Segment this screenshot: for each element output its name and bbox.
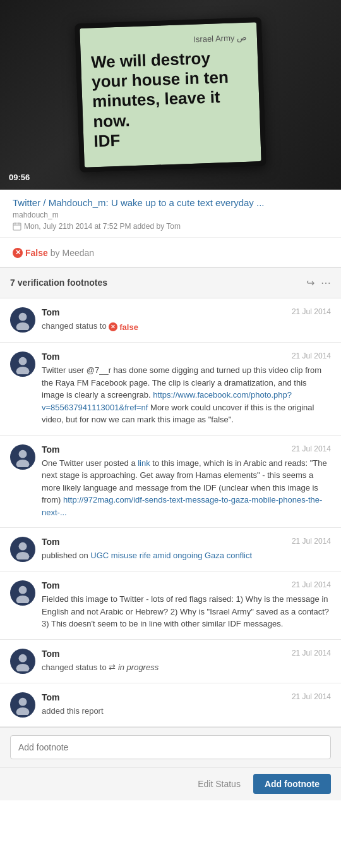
add-footnote-button[interactable]: Add footnote (253, 774, 331, 794)
footnote-meta: Tom 21 Jul 2014 (42, 580, 331, 590)
add-footnote-input[interactable] (10, 735, 331, 759)
article-author: mahdouch_m (13, 211, 328, 219)
by-label: by Meedan (51, 248, 94, 258)
footnote-date: 21 Jul 2014 (292, 649, 331, 657)
phone-message: We will destroy your house in ten minute… (91, 47, 251, 151)
article-meta: Mon, July 21th 2014 at 7:52 PM added by … (13, 222, 328, 231)
avatar (10, 307, 35, 333)
share-icon[interactable]: ↪ (306, 277, 314, 289)
footnote-text: added this report (42, 705, 331, 718)
avatar (10, 351, 35, 377)
footnote-item: Tom 21 Jul 2014 One Twitter user posted … (0, 436, 341, 529)
status-section: ✕ False by Meedan (0, 238, 341, 267)
calendar-icon (13, 222, 21, 231)
add-footnote-input-row (0, 728, 341, 767)
svg-point-6 (19, 357, 27, 365)
footnote-item: Tom 21 Jul 2014 published on UGC misuse … (0, 528, 341, 572)
svg-point-10 (19, 542, 27, 551)
footnote-content: Tom 21 Jul 2014 changed status to ✕ fals… (42, 307, 331, 334)
footnote-item: Tom 21 Jul 2014 changed status to ⇄ in p… (0, 640, 341, 683)
footnote-text: Twitter user @7__r has done some digging… (42, 364, 331, 426)
false-status-text: false (119, 321, 138, 334)
footnote-meta: Tom 21 Jul 2014 (42, 537, 331, 547)
footnote-link[interactable]: https://www.facebook.com/photo.php?v=855… (42, 390, 292, 412)
footnote-content: Tom 21 Jul 2014 published on UGC misuse … (42, 537, 331, 562)
svg-point-14 (19, 654, 27, 662)
footnote-content: Tom 21 Jul 2014 Twitter user @7__r has d… (42, 351, 331, 426)
false-dot-icon: ✕ (109, 322, 117, 331)
footnote-author: Tom (42, 537, 60, 547)
in-progress-text: in progress (118, 663, 159, 672)
avatar (10, 537, 35, 562)
footnote-author: Tom (42, 307, 60, 317)
svg-point-15 (16, 664, 30, 671)
svg-point-13 (16, 596, 30, 603)
add-footnote-actions: Edit Status Add footnote (0, 767, 341, 800)
footnote-author: Tom (42, 351, 60, 362)
avatar (10, 649, 35, 674)
header-actions: ↪ ⋯ (306, 277, 331, 289)
false-label: False (25, 248, 48, 258)
footnote-content: Tom 21 Jul 2014 One Twitter user posted … (42, 444, 331, 519)
footnote-published-link[interactable]: UGC misuse rife amid ongoing Gaza confli… (90, 551, 252, 560)
footnote-date: 21 Jul 2014 (292, 444, 331, 453)
footnote-text: Fielded this image to Twitter - lots of … (42, 593, 331, 630)
svg-point-16 (19, 697, 27, 706)
add-footnote-wrapper: Edit Status Add footnote (0, 727, 341, 800)
svg-point-5 (16, 322, 30, 330)
status-badge: ✕ False by Meedan (13, 248, 94, 258)
footnote-meta: Tom 21 Jul 2014 (42, 307, 331, 317)
footnote-meta: Tom 21 Jul 2014 (42, 692, 331, 702)
footnotes-section: 7 verification footnotes ↪ ⋯ Tom 21 Jul … (0, 267, 341, 800)
video-timestamp: 09:56 (9, 173, 30, 182)
footnotes-count: 7 verification footnotes (10, 278, 107, 288)
footnote-text: published on UGC misuse rife amid ongoin… (42, 549, 331, 562)
footnote-meta: Tom 21 Jul 2014 (42, 444, 331, 455)
footnote-text: changed status to ⇄ in progress (42, 661, 331, 674)
progress-icon: ⇄ (109, 661, 116, 674)
footnote-content: Tom 21 Jul 2014 changed status to ⇄ in p… (42, 649, 331, 674)
footnote-meta: Tom 21 Jul 2014 (42, 351, 331, 362)
footnote-author: Tom (42, 580, 60, 590)
svg-point-7 (16, 367, 30, 374)
article-date: Mon, July 21th 2014 at 7:52 PM added by … (24, 222, 181, 231)
svg-point-9 (16, 460, 30, 467)
false-circle-icon: ✕ (13, 248, 23, 258)
footnote-author: Tom (42, 444, 60, 455)
article-info: Twitter / Mahdouch_m: U wake up to a cut… (0, 190, 341, 238)
more-options-icon[interactable]: ⋯ (321, 277, 331, 289)
svg-point-4 (19, 312, 27, 321)
status-false: ✕ false (109, 321, 138, 334)
footnote-date: 21 Jul 2014 (292, 307, 331, 316)
footnote-date: 21 Jul 2014 (292, 692, 331, 701)
footnotes-header: 7 verification footnotes ↪ ⋯ (0, 268, 341, 298)
phone-sender: Israel Army ص (90, 33, 247, 48)
footnote-item: Tom 21 Jul 2014 Fielded this image to Tw… (0, 572, 341, 640)
svg-point-8 (19, 449, 27, 458)
avatar (10, 580, 35, 606)
footnote-date: 21 Jul 2014 (292, 351, 331, 360)
footnote-content: Tom 21 Jul 2014 Fielded this image to Tw… (42, 580, 331, 630)
footnote-link-2[interactable]: http://972mag.com/idf-sends-text-message… (42, 495, 322, 517)
footnote-meta: Tom 21 Jul 2014 (42, 649, 331, 659)
edit-status-button[interactable]: Edit Status (191, 775, 247, 793)
avatar (10, 692, 35, 718)
footnote-item: Tom 21 Jul 2014 added this report (0, 683, 341, 727)
avatar (10, 444, 35, 470)
footnote-item: Tom 21 Jul 2014 Twitter user @7__r has d… (0, 343, 341, 436)
footnote-content: Tom 21 Jul 2014 added this report (42, 692, 331, 718)
footnote-date: 21 Jul 2014 (292, 537, 331, 546)
svg-point-12 (19, 586, 27, 594)
footnote-author: Tom (42, 649, 60, 659)
hero-image: Israel Army ص We will destroy your house… (0, 0, 341, 190)
svg-rect-0 (13, 223, 21, 230)
svg-point-11 (16, 552, 30, 559)
svg-point-17 (16, 707, 30, 715)
article-link[interactable]: Twitter / Mahdouch_m: U wake up to a cut… (13, 197, 265, 208)
footnote-item: Tom 21 Jul 2014 changed status to ✕ fals… (0, 298, 341, 343)
footnote-link[interactable]: link (138, 458, 150, 468)
footnote-text: changed status to ✕ false (42, 320, 331, 334)
footnote-date: 21 Jul 2014 (292, 580, 331, 589)
footnote-author: Tom (42, 692, 60, 702)
footnote-text: One Twitter user posted a link to this i… (42, 457, 331, 519)
